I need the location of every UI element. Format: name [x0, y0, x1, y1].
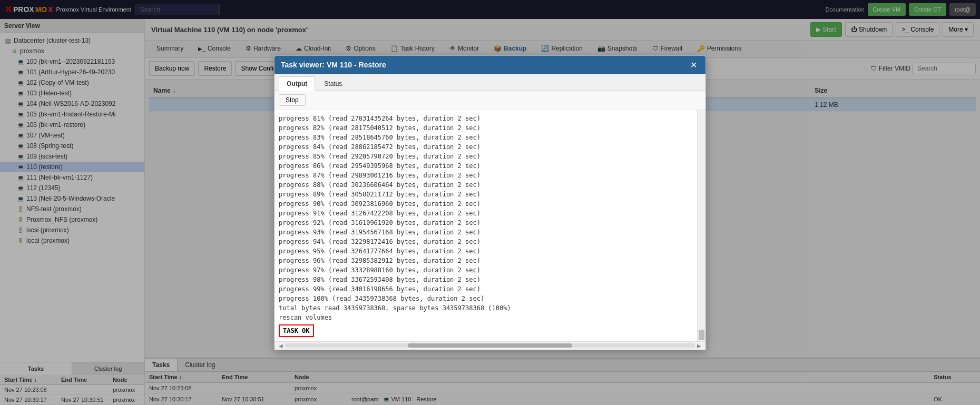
scrollbar-thumb[interactable] — [699, 330, 704, 340]
modal-close-button[interactable]: ✕ — [688, 60, 699, 70]
scroll-left-button[interactable]: ◀ — [277, 343, 285, 349]
modal-header: Task viewer: VM 110 - Restore ✕ — [275, 56, 705, 74]
modal-tabs: Output Status — [275, 74, 705, 91]
output-container: progress 81% (read 27831435264 bytes, du… — [275, 110, 705, 341]
modal-hscroll: ◀ ▶ — [275, 341, 705, 350]
modal-tab-output[interactable]: Output — [279, 76, 315, 91]
modal-tab-status[interactable]: Status — [316, 76, 350, 91]
output-scrollbar[interactable] — [697, 110, 705, 341]
task-viewer-modal: Task viewer: VM 110 - Restore ✕ Output S… — [274, 55, 706, 350]
output-text[interactable]: progress 81% (read 27831435264 bytes, du… — [275, 110, 697, 341]
modal-stop-bar: Stop — [275, 91, 705, 110]
scroll-track[interactable] — [285, 343, 695, 348]
modal-title: Task viewer: VM 110 - Restore — [281, 61, 386, 69]
stop-button[interactable]: Stop — [279, 94, 306, 106]
modal-overlay: Task viewer: VM 110 - Restore ✕ Output S… — [0, 0, 980, 405]
scroll-thumb[interactable] — [408, 343, 572, 348]
scroll-right-button[interactable]: ▶ — [695, 343, 703, 349]
task-ok-label: TASK OK — [279, 324, 314, 337]
modal-body: Stop progress 81% (read 27831435264 byte… — [275, 91, 705, 350]
